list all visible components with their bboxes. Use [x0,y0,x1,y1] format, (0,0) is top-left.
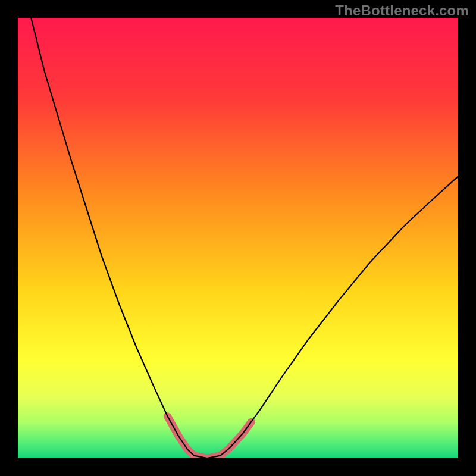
watermark-text: TheBottleneck.com [335,2,469,19]
bottleneck-curve [31,18,458,458]
curve-layer [18,18,458,458]
plot-area [18,18,458,458]
chart-frame: TheBottleneck.com [0,0,476,476]
